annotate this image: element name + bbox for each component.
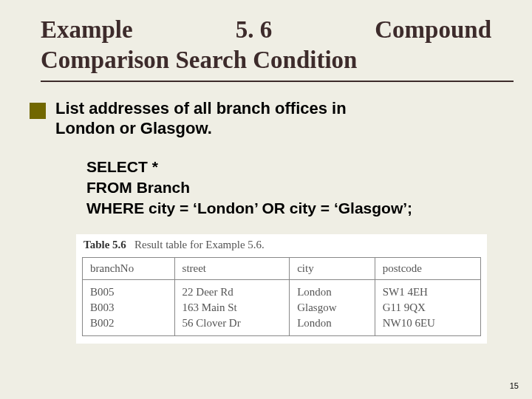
cell: SW1 4EH — [375, 279, 480, 300]
title-line2: Comparison Search Condition — [41, 45, 491, 75]
col-postcode: postcode — [375, 257, 480, 279]
slide-title: Example 5. 6 Compound Comparison Search … — [41, 15, 491, 76]
col-city: city — [290, 257, 375, 279]
cell: 163 Main St — [174, 300, 290, 316]
title-number: 5. 6 — [236, 15, 273, 45]
title-word-compound: Compound — [375, 15, 491, 45]
task-line1: List addresses of all branch offices in — [55, 98, 491, 119]
cell: Glasgow — [290, 300, 375, 316]
table-caption-text: Result table for Example 5.6. — [134, 239, 265, 250]
cell: 56 Clover Dr — [174, 316, 290, 336]
bullet-square-icon — [30, 103, 46, 119]
cell: 22 Deer Rd — [174, 279, 290, 300]
result-table: branchNo street city postcode B005 22 De… — [82, 257, 481, 336]
sql-from: FROM Branch — [86, 177, 491, 198]
slide-title-block: Example 5. 6 Compound Comparison Search … — [0, 0, 532, 82]
table-caption: Table 5.6 Result table for Example 5.6. — [83, 239, 481, 251]
table-row: B005 22 Deer Rd London SW1 4EH — [83, 279, 481, 300]
sql-where: WHERE city = ‘London’ OR city = ‘Glasgow… — [86, 198, 491, 219]
cell: NW10 6EU — [375, 316, 480, 336]
col-street: street — [174, 257, 290, 279]
sql-select: SELECT * — [86, 157, 491, 177]
cell: B005 — [83, 279, 175, 300]
cell: London — [290, 316, 375, 336]
task-description: List addresses of all branch offices in … — [55, 98, 491, 139]
cell: B003 — [83, 300, 175, 316]
slide-body: List addresses of all branch offices in … — [0, 82, 532, 344]
table-row: B002 56 Clover Dr London NW10 6EU — [83, 316, 481, 336]
sql-query: SELECT * FROM Branch WHERE city = ‘Londo… — [86, 157, 491, 219]
result-table-figure: Table 5.6 Result table for Example 5.6. … — [76, 234, 487, 344]
task-line2: London or Glasgow. — [55, 118, 491, 139]
title-word-example: Example — [41, 15, 133, 45]
table-row: B003 163 Main St Glasgow G11 9QX — [83, 300, 481, 316]
table-caption-label: Table 5.6 — [83, 239, 126, 250]
cell: London — [290, 279, 375, 300]
page-number: 15 — [510, 381, 519, 390]
cell: G11 9QX — [375, 300, 480, 316]
col-branchno: branchNo — [83, 257, 175, 279]
cell: B002 — [83, 316, 175, 336]
